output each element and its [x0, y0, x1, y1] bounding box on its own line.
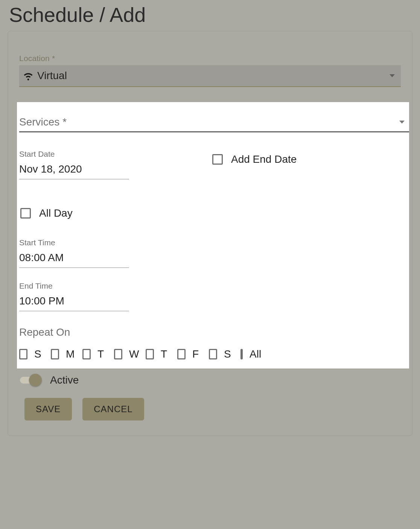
repeat-day-label: F	[192, 348, 201, 360]
checkbox-icon	[82, 349, 91, 359]
dropdown-arrow-icon	[390, 74, 395, 77]
start-time-label: Start Time	[19, 238, 409, 247]
active-label: Active	[50, 374, 79, 386]
checkbox-icon	[146, 349, 154, 359]
repeat-all-label: All	[250, 348, 261, 360]
repeat-day-label: M	[66, 348, 74, 360]
repeat-day-tue[interactable]: T	[82, 348, 106, 360]
end-time-label: End Time	[19, 281, 409, 290]
toggle-thumb	[29, 374, 42, 387]
repeat-day-fri[interactable]: F	[177, 348, 201, 360]
start-time-input[interactable]: 08:00 AM	[19, 252, 129, 268]
location-field-wrapper: Location * Virtual	[19, 54, 401, 87]
end-time-input[interactable]: 10:00 PM	[19, 295, 129, 311]
dropdown-arrow-icon	[399, 121, 405, 124]
repeat-day-label: T	[161, 348, 169, 360]
all-day-label: All Day	[39, 207, 73, 219]
active-toggle-row: Active	[20, 374, 401, 387]
repeat-day-label: S	[34, 348, 43, 360]
repeat-day-wed[interactable]: W	[114, 348, 137, 360]
checkbox-icon	[177, 349, 186, 359]
checkbox-icon	[19, 349, 27, 359]
all-day-checkbox[interactable]: All Day	[20, 207, 409, 219]
repeat-day-label: T	[97, 348, 106, 360]
form-card: Location * Virtual Services * Start Date…	[8, 31, 412, 436]
repeat-day-thu[interactable]: T	[146, 348, 169, 360]
repeat-day-sat[interactable]: S	[209, 348, 232, 360]
checkbox-icon	[212, 154, 223, 165]
add-end-date-checkbox[interactable]: Add End Date	[212, 153, 405, 165]
add-end-date-label: Add End Date	[231, 153, 297, 165]
location-label: Location *	[19, 54, 401, 63]
services-placeholder: Services *	[19, 116, 67, 128]
repeat-day-sun[interactable]: S	[19, 348, 43, 360]
checkbox-icon	[51, 349, 59, 359]
white-panel: Services * Start Date Nov 18, 2020 Add E…	[17, 102, 409, 368]
repeat-day-all[interactable]: All	[240, 348, 261, 360]
start-date-label: Start Date	[19, 150, 212, 159]
location-value: Virtual	[37, 70, 67, 82]
repeat-row: S M T W T F S All	[19, 348, 409, 360]
checkbox-icon	[209, 349, 217, 359]
start-date-input[interactable]: Nov 18, 2020	[19, 163, 129, 179]
cancel-button[interactable]: CANCEL	[82, 398, 144, 420]
repeat-on-label: Repeat On	[19, 326, 409, 338]
checkbox-icon	[114, 349, 122, 359]
checkbox-icon	[20, 208, 31, 219]
location-select[interactable]: Virtual	[19, 65, 401, 87]
services-select[interactable]: Services *	[19, 113, 409, 132]
active-toggle[interactable]	[20, 374, 42, 387]
repeat-day-label: S	[224, 348, 232, 360]
repeat-day-mon[interactable]: M	[51, 348, 74, 360]
save-button[interactable]: SAVE	[24, 398, 72, 420]
page-title: Schedule / Add	[0, 0, 420, 31]
repeat-day-label: W	[129, 348, 137, 360]
checkbox-icon	[240, 349, 243, 359]
wifi-icon	[23, 70, 33, 81]
